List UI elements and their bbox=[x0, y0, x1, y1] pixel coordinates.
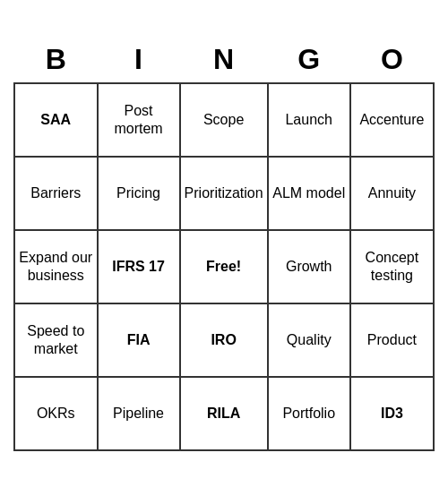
cell-r4-c3: Portfolio bbox=[268, 377, 350, 450]
cell-r4-c2: RILA bbox=[180, 377, 268, 450]
cell-r1-c1: Pricing bbox=[98, 157, 180, 230]
cell-r0-c1: Post mortem bbox=[98, 83, 180, 157]
cell-r3-c2: IRO bbox=[180, 303, 268, 377]
cell-r2-c3: Growth bbox=[268, 230, 350, 303]
cell-r0-c0: SAA bbox=[14, 83, 98, 157]
header-b: B bbox=[14, 37, 98, 83]
cell-r0-c2: Scope bbox=[180, 83, 268, 157]
cell-r4-c0: OKRs bbox=[14, 377, 98, 450]
cell-r2-c4: Concept testing bbox=[350, 230, 434, 303]
cell-r0-c4: Accenture bbox=[350, 83, 434, 157]
cell-r4-c4: ID3 bbox=[350, 377, 434, 450]
header-i: I bbox=[98, 37, 180, 83]
cell-r0-c3: Launch bbox=[268, 83, 350, 157]
bingo-card: B I N G O SAAPost mortemScopeLaunchAccen… bbox=[13, 37, 435, 451]
cell-r2-c0: Expand our business bbox=[14, 230, 98, 303]
cell-r3-c3: Quality bbox=[268, 303, 350, 377]
cell-r3-c1: FIA bbox=[98, 303, 180, 377]
cell-r2-c2: Free! bbox=[180, 230, 268, 303]
cell-r2-c1: IFRS 17 bbox=[98, 230, 180, 303]
cell-r1-c0: Barriers bbox=[14, 157, 98, 230]
cell-r3-c0: Speed to market bbox=[14, 303, 98, 377]
header-g: G bbox=[268, 37, 350, 83]
header-o: O bbox=[350, 37, 434, 83]
cell-r1-c3: ALM model bbox=[268, 157, 350, 230]
cell-r3-c4: Product bbox=[350, 303, 434, 377]
cell-r1-c4: Annuity bbox=[350, 157, 434, 230]
cell-r1-c2: Prioritization bbox=[180, 157, 268, 230]
header-n: N bbox=[180, 37, 268, 83]
cell-r4-c1: Pipeline bbox=[98, 377, 180, 450]
